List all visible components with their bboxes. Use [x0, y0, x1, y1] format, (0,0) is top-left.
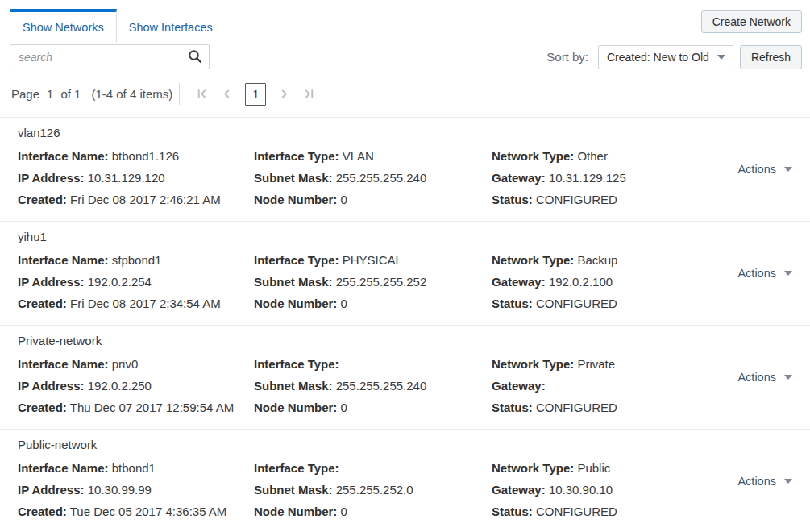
field-value: 192.0.2.254	[88, 275, 152, 289]
last-page-icon[interactable]	[297, 88, 322, 100]
field-value: Public	[577, 461, 610, 475]
actions-menu-button[interactable]: Actions	[737, 475, 792, 488]
field-value: CONFIGURED	[536, 193, 617, 206]
interface-name-field: Interface Name: btbond1	[18, 457, 254, 479]
search-icon[interactable]	[188, 49, 202, 64]
field-value: Fri Dec 08 2017 2:46:21 AM	[70, 193, 221, 206]
field-value: btbond1.126	[112, 149, 179, 163]
created-field: Created: Tue Dec 05 2017 4:36:35 AM	[18, 501, 254, 522]
actions-menu-button[interactable]: Actions	[737, 371, 792, 384]
actions-caret-icon	[784, 479, 792, 484]
created-field: Created: Fri Dec 08 2017 2:46:21 AM	[18, 189, 254, 210]
interface-name-field: Interface Name: btbond1.126	[18, 145, 254, 167]
subnet-mask-field: Subnet Mask: 255.255.255.240	[254, 167, 492, 189]
field-label: Interface Type:	[254, 357, 339, 371]
field-label: Network Type:	[492, 461, 574, 475]
field-label: Subnet Mask:	[254, 483, 333, 497]
sort-select[interactable]: Created: New to Old	[598, 45, 733, 69]
network-name: Private-network	[18, 333, 810, 349]
next-page-icon[interactable]	[272, 88, 297, 100]
status-field: Status: CONFIGURED	[492, 501, 810, 522]
field-label: IP Address:	[18, 275, 85, 289]
node-number-field: Node Number: 0	[254, 189, 492, 210]
network-name: yihu1	[18, 229, 810, 245]
field-label: Node Number:	[254, 505, 337, 518]
field-value: Other	[577, 149, 608, 163]
network-row: yihu1 Interface Name: sfpbond1 IP Addres…	[0, 221, 810, 325]
pagination-divider	[179, 83, 180, 105]
field-value: 0	[341, 193, 347, 206]
search-input[interactable]	[10, 44, 210, 69]
search-box	[10, 44, 210, 69]
network-col-3: Network Type: Other Gateway: 10.31.129.1…	[492, 145, 810, 210]
page-number: 1	[47, 87, 53, 101]
field-value: 10.30.99.99	[88, 483, 152, 497]
page-of-label: of 1	[60, 87, 81, 101]
network-name: vlan126	[18, 125, 810, 141]
actions-label: Actions	[737, 163, 776, 176]
refresh-button[interactable]: Refresh	[740, 45, 802, 69]
field-value: 0	[341, 401, 347, 414]
created-field: Created: Fri Dec 08 2017 2:34:54 AM	[18, 293, 254, 314]
field-label: Interface Name:	[18, 149, 109, 163]
pagination-bar: Page 1 of 1 (1-4 of 4 items) 1	[0, 82, 810, 106]
field-value: 255.255.255.240	[336, 379, 427, 393]
field-label: Subnet Mask:	[254, 275, 333, 289]
network-row: vlan126 Interface Name: btbond1.126 IP A…	[0, 117, 810, 221]
field-value: Thu Dec 07 2017 12:59:54 AM	[70, 401, 234, 414]
network-col-2: Interface Type: VLAN Subnet Mask: 255.25…	[254, 145, 492, 210]
subnet-mask-field: Subnet Mask: 255.255.255.252	[254, 271, 492, 293]
tab-show-interfaces[interactable]: Show Interfaces	[117, 9, 225, 42]
previous-page-icon[interactable]	[214, 88, 239, 100]
network-details: Interface Name: sfpbond1 IP Address: 192…	[18, 249, 810, 314]
field-label: Gateway:	[492, 483, 546, 497]
field-label: Created:	[18, 401, 67, 414]
field-label: Status:	[492, 193, 533, 206]
field-value: Fri Dec 08 2017 2:34:54 AM	[70, 297, 221, 310]
interface-name-field: Interface Name: sfpbond1	[18, 249, 254, 271]
subnet-mask-field: Subnet Mask: 255.255.255.240	[254, 375, 492, 397]
interface-type-field: Interface Type:	[254, 353, 492, 375]
page-label: Page	[11, 87, 39, 101]
first-page-icon[interactable]	[189, 88, 214, 100]
field-label: Created:	[18, 297, 67, 310]
field-value: btbond1	[112, 461, 156, 475]
current-page-button[interactable]: 1	[245, 83, 266, 106]
actions-label: Actions	[737, 267, 776, 280]
field-label: Node Number:	[254, 193, 337, 206]
node-number-field: Node Number: 0	[254, 293, 492, 314]
network-row: Private-network Interface Name: priv0 IP…	[0, 325, 810, 429]
networks-page: Show Networks Show Interfaces Create Net…	[0, 0, 810, 532]
field-value: priv0	[112, 357, 139, 371]
field-label: Status:	[492, 297, 533, 310]
field-label: IP Address:	[18, 483, 85, 497]
tab-show-networks[interactable]: Show Networks	[10, 9, 117, 42]
field-value: 255.255.255.240	[336, 171, 427, 185]
field-label: Status:	[492, 505, 533, 518]
actions-caret-icon	[784, 375, 792, 380]
status-field: Status: CONFIGURED	[492, 293, 810, 314]
field-value: 0	[341, 505, 347, 518]
field-label: Network Type:	[492, 357, 574, 371]
actions-menu-button[interactable]: Actions	[737, 163, 792, 176]
actions-menu-button[interactable]: Actions	[737, 267, 792, 280]
network-col-1: Interface Name: btbond1.126 IP Address: …	[18, 145, 254, 210]
field-value: 10.30.90.10	[549, 483, 613, 497]
actions-label: Actions	[737, 475, 776, 488]
field-value: VLAN	[343, 149, 374, 163]
network-details: Interface Name: priv0 IP Address: 192.0.…	[18, 353, 810, 418]
field-label: Created:	[18, 505, 67, 518]
tab-bar: Show Networks Show Interfaces	[10, 9, 225, 42]
network-col-1: Interface Name: priv0 IP Address: 192.0.…	[18, 353, 254, 418]
ip-address-field: IP Address: 192.0.2.250	[18, 375, 254, 397]
field-label: Network Type:	[492, 149, 574, 163]
create-network-button[interactable]: Create Network	[701, 10, 802, 33]
ip-address-field: IP Address: 192.0.2.254	[18, 271, 254, 293]
network-details: Interface Name: btbond1 IP Address: 10.3…	[18, 457, 810, 522]
pagination-nav: 1	[189, 83, 322, 106]
actions-caret-icon	[784, 167, 792, 172]
field-value: sfpbond1	[112, 253, 162, 267]
field-label: Interface Type:	[254, 253, 339, 267]
field-value: 255.255.252.0	[336, 483, 413, 497]
field-label: IP Address:	[18, 171, 85, 185]
